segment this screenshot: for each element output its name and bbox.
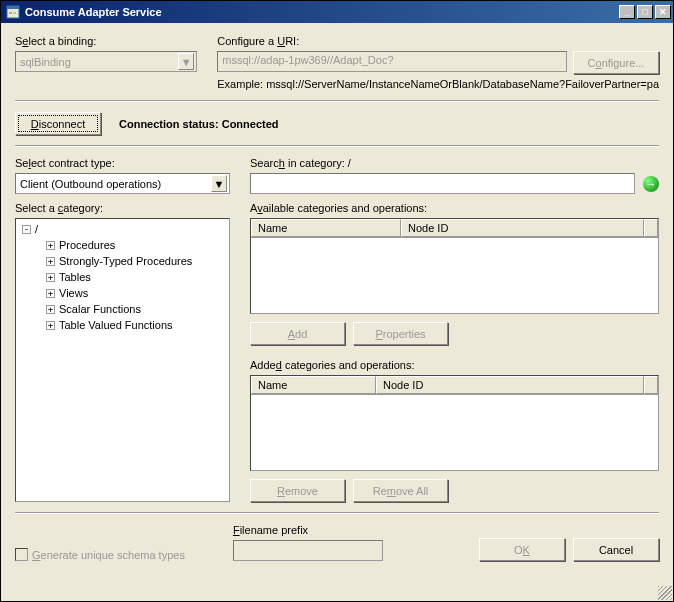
svg-rect-1: [7, 6, 19, 9]
chevron-down-icon: ▼: [211, 175, 227, 192]
search-label: Search in category: /: [250, 157, 659, 169]
app-icon: [5, 4, 21, 20]
expand-icon[interactable]: +: [46, 289, 55, 298]
uri-example: Example: mssql://ServerName/InstanceName…: [217, 78, 659, 90]
contract-combo[interactable]: Client (Outbound operations) ▼: [15, 173, 230, 194]
titlebar: Consume Adapter Service _ □ ✕: [1, 1, 673, 23]
available-col-blank: [644, 219, 658, 237]
search-input[interactable]: [250, 173, 635, 194]
tree-item[interactable]: +Table Valued Functions: [18, 317, 227, 333]
available-table[interactable]: Name Node ID: [250, 218, 659, 314]
minimize-button[interactable]: _: [619, 5, 635, 19]
category-tree[interactable]: -/ +Procedures+Strongly-Typed Procedures…: [15, 218, 230, 502]
expand-icon[interactable]: +: [46, 241, 55, 250]
properties-button[interactable]: Properties: [353, 322, 448, 345]
disconnect-button[interactable]: Disconnect: [15, 112, 101, 135]
tree-item[interactable]: +Scalar Functions: [18, 301, 227, 317]
filename-prefix-input[interactable]: [233, 540, 383, 561]
configure-button[interactable]: Configure...: [573, 51, 659, 74]
filename-prefix-label: Filename prefix: [233, 524, 383, 536]
available-col-nodeid[interactable]: Node ID: [401, 219, 644, 237]
separator: [15, 145, 659, 147]
expand-icon[interactable]: +: [46, 321, 55, 330]
connection-status-label: Connection status: Connected: [119, 118, 279, 130]
added-label: Added categories and operations:: [250, 359, 659, 371]
remove-button[interactable]: Remove: [250, 479, 345, 502]
cancel-button[interactable]: Cancel: [573, 538, 659, 561]
expand-icon[interactable]: +: [46, 305, 55, 314]
tree-item[interactable]: +Tables: [18, 269, 227, 285]
uri-label: Configure a URI:: [217, 35, 659, 47]
separator: [15, 100, 659, 102]
expand-icon[interactable]: +: [46, 273, 55, 282]
added-col-nodeid[interactable]: Node ID: [376, 376, 644, 394]
window-title: Consume Adapter Service: [25, 6, 619, 18]
svg-rect-3: [13, 12, 16, 14]
add-button[interactable]: Add: [250, 322, 345, 345]
search-go-icon[interactable]: →: [643, 176, 659, 192]
collapse-icon[interactable]: -: [22, 225, 31, 234]
tree-item[interactable]: +Procedures: [18, 237, 227, 253]
contract-value: Client (Outbound operations): [20, 178, 161, 190]
expand-icon[interactable]: +: [46, 257, 55, 266]
binding-combo[interactable]: sqlBinding ▼: [15, 51, 197, 72]
maximize-button[interactable]: □: [637, 5, 653, 19]
tree-item[interactable]: +Strongly-Typed Procedures: [18, 253, 227, 269]
remove-all-button[interactable]: Remove All: [353, 479, 448, 502]
binding-value: sqlBinding: [20, 56, 71, 68]
added-col-blank: [644, 376, 658, 394]
generate-schema-checkbox[interactable]: [15, 548, 28, 561]
category-label: Select a category:: [15, 202, 230, 214]
uri-textbox: mssql://adap-1pw369//Adapt_Doc?: [217, 51, 567, 72]
resize-grip[interactable]: [658, 586, 672, 600]
added-table[interactable]: Name Node ID: [250, 375, 659, 471]
added-col-name[interactable]: Name: [251, 376, 376, 394]
close-button[interactable]: ✕: [655, 5, 671, 19]
generate-schema-label: Generate unique schema types: [32, 549, 185, 561]
binding-label: Select a binding:: [15, 35, 197, 47]
ok-button[interactable]: OK: [479, 538, 565, 561]
svg-rect-2: [9, 12, 12, 14]
tree-item[interactable]: +Views: [18, 285, 227, 301]
available-col-name[interactable]: Name: [251, 219, 401, 237]
contract-label: Select contract type:: [15, 157, 230, 169]
separator: [15, 512, 659, 514]
chevron-down-icon: ▼: [178, 53, 194, 70]
tree-root[interactable]: -/: [18, 221, 227, 237]
available-label: Available categories and operations:: [250, 202, 659, 214]
